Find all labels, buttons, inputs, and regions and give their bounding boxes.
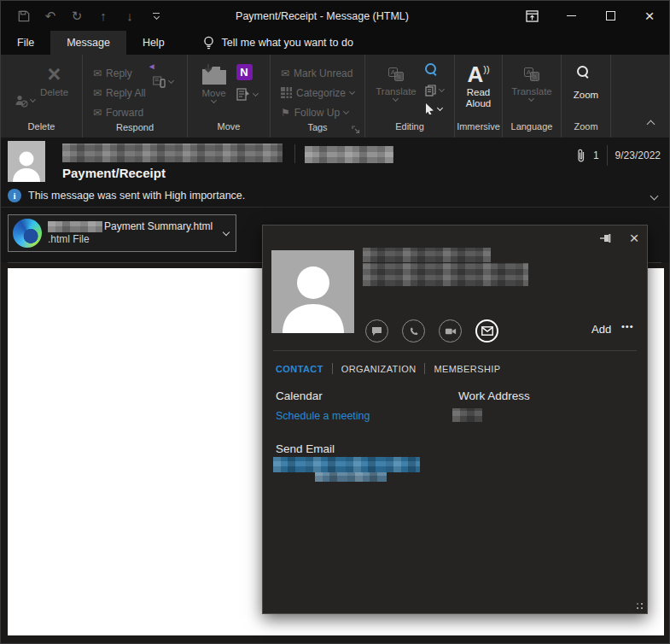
header-divider	[294, 144, 295, 163]
popout-icon[interactable]	[512, 1, 551, 31]
tags-dialog-launcher-icon[interactable]	[352, 126, 361, 135]
schedule-meeting-link[interactable]: Schedule a meeting	[276, 410, 370, 422]
find-icon	[425, 63, 436, 74]
select-cursor-icon	[425, 103, 434, 114]
email-icon	[481, 326, 493, 336]
tab-organization[interactable]: ORGANIZATION	[341, 364, 417, 374]
edge-browser-icon	[13, 219, 42, 248]
find-button[interactable]	[425, 62, 444, 78]
info-text: This message was sent with High importan…	[28, 190, 245, 202]
tab-message[interactable]: Message	[50, 31, 126, 55]
contact-avatar[interactable]	[271, 250, 354, 333]
sender-name-redacted[interactable]	[62, 143, 283, 162]
contact-actions	[365, 319, 498, 342]
attachment-dropdown-icon[interactable]	[223, 228, 230, 235]
mark-unread-icon: ✉	[281, 67, 289, 79]
follow-up-button[interactable]: ⚑ Follow Up	[281, 102, 354, 122]
move-button[interactable]: Move	[201, 61, 228, 121]
delete-x-icon: ×	[48, 63, 61, 85]
email-address-redacted[interactable]	[273, 457, 420, 472]
close-button[interactable]: ×	[630, 1, 669, 31]
window-controls: ×	[512, 1, 669, 31]
language-translate-button[interactable]: a A Translate	[511, 61, 552, 121]
sender-avatar[interactable]	[8, 141, 45, 182]
forward-button[interactable]: ✉ Forward	[93, 102, 146, 122]
group-label-immersive: Immersive	[455, 121, 502, 138]
zoom-button[interactable]: Zoom	[574, 61, 598, 121]
close-card-button[interactable]: ×	[625, 229, 644, 248]
related-icon	[425, 85, 436, 97]
editing-translate-button[interactable]: a A Translate	[376, 61, 417, 121]
undo-icon[interactable]: ↶	[43, 8, 58, 25]
collapse-ribbon-button[interactable]	[648, 115, 654, 131]
resize-grip[interactable]	[634, 600, 643, 609]
more-options-button[interactable]: •••	[621, 321, 634, 331]
reply-all-icon: ✉	[93, 87, 102, 99]
move-folder-icon	[201, 63, 228, 86]
tell-me-box[interactable]: Tell me what you want to do	[203, 31, 353, 55]
delete-button[interactable]: × Delete	[40, 61, 68, 121]
tab-membership[interactable]: MEMBERSHIP	[434, 364, 500, 374]
expand-header-button[interactable]	[651, 190, 657, 202]
zoom-icon	[577, 66, 596, 85]
ribbon-group-delete: × Delete Delete	[1, 55, 83, 138]
info-icon: i	[8, 189, 21, 202]
read-aloud-button[interactable]: A )) Read Aloud	[457, 61, 500, 121]
related-dropdown-icon	[439, 86, 445, 92]
move-up-icon[interactable]: ↑	[96, 8, 111, 25]
ribbon-group-editing: a A Translate	[365, 55, 455, 138]
junk-button[interactable]	[15, 79, 35, 121]
card-divider	[273, 350, 637, 351]
contact-card: × Add ••• CONTACT ORGANIZATI	[262, 225, 648, 614]
related-button[interactable]	[425, 85, 444, 97]
categorize-button[interactable]: Categorize	[281, 83, 354, 102]
redo-icon[interactable]: ↻	[69, 8, 84, 25]
maximize-button[interactable]	[591, 1, 630, 31]
tab-file[interactable]: File	[1, 31, 50, 55]
work-address-redacted	[452, 408, 482, 422]
outlook-message-window: ↶ ↻ ↑ ↓ Payment/Receipt - Message (HTML)…	[0, 0, 670, 644]
call-button[interactable]	[402, 319, 425, 342]
group-label-tags: Tags	[271, 122, 364, 138]
reply-all-button[interactable]: ✉ Reply All	[93, 83, 146, 102]
language-translate-icon: a A	[524, 67, 539, 81]
info-bar: i This message was sent with High import…	[1, 184, 669, 207]
tab-separator	[424, 363, 425, 374]
message-subject: Payment/Receipt	[62, 166, 166, 180]
mark-unread-button[interactable]: ✉ Mark Unread	[281, 63, 354, 83]
send-email-button[interactable]	[475, 319, 498, 342]
reply-button[interactable]: ✉ Reply	[93, 63, 146, 83]
email-address-redacted-2	[315, 472, 387, 482]
message-header: 1 9/23/2022 Payment/Receipt	[1, 138, 669, 184]
select-button[interactable]	[425, 103, 444, 114]
contact-name-redacted	[363, 248, 491, 262]
tab-contact[interactable]: CONTACT	[276, 364, 323, 374]
categorize-icon	[281, 87, 292, 98]
categorize-dropdown-icon	[349, 88, 355, 94]
recipient-redacted[interactable]	[305, 146, 393, 163]
tab-help[interactable]: Help	[126, 31, 181, 55]
attachment-card[interactable]: Payment Summary.html .html File	[8, 214, 236, 252]
chat-button[interactable]	[365, 319, 388, 342]
close-icon: ×	[644, 7, 654, 26]
ribbon-group-respond: ✉ Reply ✉ Reply All ✉ Forward	[83, 55, 188, 138]
actions-button[interactable]	[236, 88, 258, 101]
attachment-type: .html File	[48, 233, 90, 245]
add-contact-button[interactable]: Add	[591, 323, 611, 336]
translate-icon: a A	[388, 67, 404, 81]
attachment-name: Payment Summary.html	[104, 220, 213, 233]
follow-up-flag-icon: ⚑	[281, 107, 290, 119]
ribbon: × Delete Delete ✉ Reply ✉ Reply All	[1, 55, 669, 138]
phone-icon	[409, 326, 419, 337]
chat-icon	[371, 326, 382, 337]
save-icon[interactable]	[16, 8, 32, 25]
video-call-button[interactable]	[439, 319, 462, 342]
pin-card-button[interactable]	[599, 233, 612, 243]
minimize-button[interactable]	[551, 1, 591, 31]
maximize-icon	[606, 11, 615, 20]
onenote-button[interactable]: N	[236, 64, 258, 80]
attachment-count: 1	[593, 149, 599, 161]
more-respond-actions-button[interactable]	[153, 76, 173, 88]
video-icon	[445, 327, 457, 336]
ribbon-group-tags: ✉ Mark Unread Categorize ⚑ Follow Up	[271, 55, 365, 138]
